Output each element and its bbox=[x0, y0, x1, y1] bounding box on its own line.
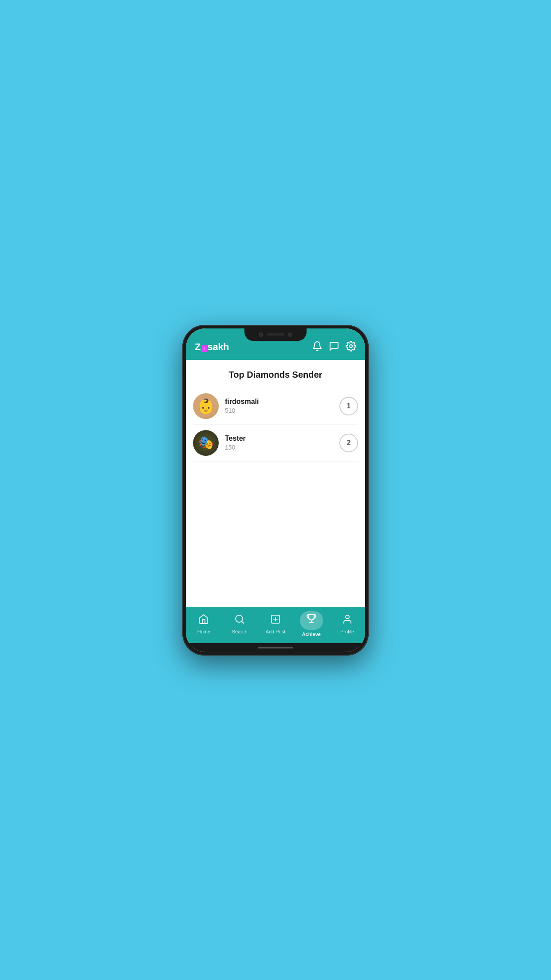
home-indicator-bar bbox=[186, 643, 365, 652]
svg-point-0 bbox=[350, 345, 352, 348]
user-name-2: Tester bbox=[225, 435, 333, 443]
leaderboard-item-2[interactable]: Tester 150 2 bbox=[193, 425, 358, 462]
add-post-icon bbox=[270, 614, 281, 627]
achieve-label: Achieve bbox=[302, 632, 321, 637]
logo-icon: ♀ bbox=[201, 345, 207, 352]
nav-achieve[interactable]: Achieve bbox=[298, 611, 325, 637]
search-label: Search bbox=[232, 629, 248, 634]
app-logo: Z♀sakh bbox=[195, 341, 229, 353]
user-info-1: firdosmali 510 bbox=[225, 398, 333, 414]
svg-point-6 bbox=[346, 615, 349, 619]
avatar-firdosmali bbox=[193, 393, 219, 419]
settings-icon[interactable] bbox=[346, 341, 356, 354]
profile-icon bbox=[342, 614, 353, 627]
home-label: Home bbox=[197, 629, 210, 634]
user-score-2: 150 bbox=[225, 444, 333, 451]
phone-frame: Z♀sakh bbox=[182, 325, 369, 656]
page-title: Top Diamonds Sender bbox=[186, 360, 365, 388]
achieve-icon bbox=[306, 616, 317, 627]
avatar-tester bbox=[193, 430, 219, 456]
phone-screen: Z♀sakh bbox=[186, 328, 365, 652]
leaderboard-list: firdosmali 510 1 Tester 150 2 bbox=[186, 388, 365, 462]
user-score-1: 510 bbox=[225, 407, 333, 414]
header-icons bbox=[312, 341, 356, 354]
notch bbox=[244, 328, 307, 341]
rank-badge-2: 2 bbox=[339, 434, 358, 452]
nav-add-post[interactable]: Add Post bbox=[262, 614, 289, 634]
leaderboard-item-1[interactable]: firdosmali 510 1 bbox=[193, 388, 358, 425]
main-content: Top Diamonds Sender firdosmali 510 1 bbox=[186, 360, 365, 607]
search-icon bbox=[234, 614, 245, 627]
svg-line-2 bbox=[242, 621, 244, 623]
rank-badge-1: 1 bbox=[339, 397, 358, 415]
app-container: Z♀sakh bbox=[186, 328, 365, 652]
user-info-2: Tester 150 bbox=[225, 435, 333, 451]
speaker bbox=[267, 333, 284, 336]
add-post-label: Add Post bbox=[266, 629, 286, 634]
nav-profile[interactable]: Profile bbox=[334, 614, 361, 634]
home-indicator bbox=[258, 647, 293, 648]
profile-label: Profile bbox=[340, 629, 354, 634]
home-icon bbox=[198, 614, 209, 627]
nav-home[interactable]: Home bbox=[190, 614, 217, 634]
front-camera bbox=[259, 332, 263, 337]
bottom-navigation: Home Search bbox=[186, 607, 365, 643]
notification-icon[interactable] bbox=[312, 341, 323, 354]
message-icon[interactable] bbox=[329, 341, 339, 354]
nav-search[interactable]: Search bbox=[226, 614, 253, 634]
user-name-1: firdosmali bbox=[225, 398, 333, 406]
front-sensor bbox=[288, 332, 292, 337]
